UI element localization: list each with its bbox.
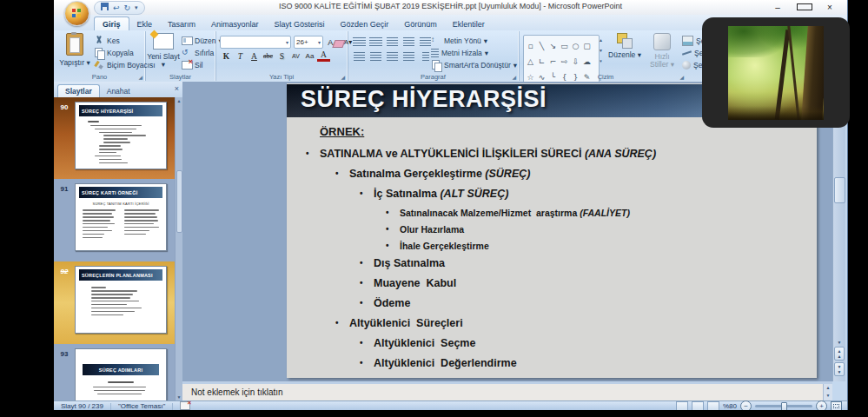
shape-line-icon[interactable]: ╲	[536, 41, 547, 51]
shape-elbow2-icon[interactable]: ⌐	[547, 56, 559, 67]
zoom-slider[interactable]	[755, 405, 812, 407]
slideshow-view-button[interactable]	[707, 401, 719, 410]
shape-triangle-icon[interactable]: △	[525, 56, 536, 67]
align-right-button[interactable]	[385, 50, 400, 62]
thumbnail-title: SÜREÇLERİN PLANLANMASI	[79, 269, 162, 281]
next-slide-button[interactable]: ▼▼	[834, 362, 845, 376]
shape-down-arrow-icon[interactable]: ⇩	[570, 56, 581, 67]
justify-button[interactable]	[401, 50, 416, 62]
paste-button[interactable]: Yapıştır ▾	[57, 33, 92, 67]
minimize-button[interactable]: –	[771, 3, 785, 12]
shadow-button[interactable]: S	[275, 50, 288, 62]
zoom-slider-thumb[interactable]	[781, 402, 787, 410]
tab-ekle[interactable]: Ekle	[129, 17, 161, 30]
tab-slayt-gosterisi[interactable]: Slayt Gösterisi	[267, 17, 333, 30]
slide-thumbnail-90[interactable]: 90 SÜREÇ HİYERARŞİSİ	[54, 97, 176, 179]
redo-button[interactable]: ↻	[124, 3, 131, 13]
underline-button[interactable]: A	[248, 50, 261, 62]
bold-button[interactable]: K	[220, 50, 233, 62]
screen: ISO 9000 KALİTE EĞİTİMİ ŞUBAT 2019 ESKİŞ…	[0, 0, 868, 417]
change-case-button[interactable]: Aa	[303, 50, 316, 62]
shape-rounded-rect-icon[interactable]: ▢	[581, 41, 593, 51]
tab-gozden-gecir[interactable]: Gözden Geçir	[333, 17, 397, 30]
shape-elbow-icon[interactable]: ∟	[536, 56, 547, 67]
increase-indent-button[interactable]	[401, 36, 416, 47]
zoom-out-button[interactable]: −	[740, 400, 752, 410]
normal-view-button[interactable]	[676, 401, 688, 410]
arrange-button[interactable]: Düzenle ▾	[607, 33, 642, 59]
bullet-list-icon	[353, 37, 366, 46]
panel-tab-row: Slaytlar Anahat ×	[54, 82, 182, 98]
decrease-indent-button[interactable]	[385, 36, 400, 47]
tab-gorunum[interactable]: Görünüm	[396, 17, 445, 30]
italic-button[interactable]: T	[234, 50, 247, 62]
text-direction-button[interactable]: ↕Metin Yönü ▾	[431, 35, 517, 47]
tab-eklentiler[interactable]: Eklentiler	[445, 17, 493, 30]
panel-close-button[interactable]: ×	[175, 84, 179, 93]
status-bar-right: %80 − +	[676, 400, 847, 410]
drawing-dialog-launcher-icon[interactable]: ◢	[679, 74, 684, 80]
shape-oval-icon[interactable]: ○	[570, 41, 581, 51]
panel-tab-slides[interactable]: Slaytlar	[57, 84, 100, 97]
close-button[interactable]: ×	[823, 3, 837, 12]
shape-outline-icon	[682, 49, 692, 57]
eraser-icon	[332, 40, 345, 48]
shape-rectangle-icon[interactable]: ▭	[559, 41, 570, 51]
shape-right-arrow-icon[interactable]: ⇨	[559, 56, 570, 67]
webcam-overlay[interactable]	[702, 17, 850, 128]
shape-textbox-icon[interactable]: ▫	[525, 41, 536, 51]
character-spacing-button[interactable]: AV	[289, 50, 302, 62]
convert-smartart-button[interactable]: SmartArt'a Dönüştür ▾	[431, 59, 517, 71]
slide-number: 93	[54, 348, 75, 400]
slide-sorter-view-button[interactable]	[692, 401, 704, 410]
font-dialog-launcher-icon[interactable]: ◢	[341, 74, 345, 80]
slide-thumbnail-91[interactable]: 91 SÜREÇ KARTI ÖRNEĞİ SÜREÇ TANITIM KART…	[54, 179, 176, 261]
quick-styles-button[interactable]: Hızlı Stiller ▾	[645, 33, 679, 69]
columns-icon	[422, 52, 429, 61]
shape-cloud-icon[interactable]: ☁	[581, 56, 593, 67]
font-color-button[interactable]: A	[317, 50, 330, 62]
slide-thumbnail-image: SÜREÇ HİYERARŞİSİ	[75, 102, 167, 169]
slide-thumbnail-93[interactable]: 93 SÜREÇ ADIMLARI	[54, 344, 176, 400]
theme-indicator: "Office Teması"	[111, 402, 172, 410]
new-slide-button[interactable]: Yeni Slayt ▾	[146, 33, 181, 69]
tab-giris[interactable]: Giriş	[94, 17, 129, 30]
quick-styles-icon	[653, 33, 671, 50]
slide-thumbnail-92[interactable]: 92 SÜREÇLERİN PLANLANMASI	[54, 261, 176, 344]
clear-formatting-button[interactable]	[334, 36, 344, 51]
fit-to-window-button[interactable]	[831, 401, 842, 410]
office-button[interactable]	[64, 1, 89, 26]
maximize-button[interactable]	[797, 3, 811, 12]
align-left-button[interactable]	[352, 50, 367, 62]
align-center-button[interactable]	[368, 50, 383, 62]
strikethrough-button[interactable]: abc	[262, 50, 275, 62]
paste-icon	[66, 33, 83, 56]
panel-scrollbar[interactable]: ▲ ▼	[175, 97, 182, 400]
slide-bullet-list: SATINALMA ve ALTYÜKLENİCİ İLİŞKİLERİ SÜR…	[320, 148, 803, 369]
shape-arrow-icon[interactable]: ↘	[547, 41, 559, 51]
panel-tab-outline[interactable]: Anahat	[100, 85, 137, 97]
zoom-level[interactable]: %80	[723, 402, 737, 410]
align-text-button[interactable]: Metni Hizala ▾	[431, 47, 517, 59]
slide-thumbnail-image: SÜREÇ ADIMLARI	[75, 348, 167, 400]
previous-slide-button[interactable]: ▲▲	[834, 347, 845, 361]
undo-button[interactable]: ↩	[113, 3, 120, 13]
clipboard-dialog-launcher-icon[interactable]: ◢	[138, 74, 142, 80]
font-size-combo[interactable]: 26+▾	[294, 36, 323, 49]
bullet-list-button[interactable]	[352, 36, 367, 47]
shapes-gallery-scroll[interactable]: ▲▼▾	[598, 35, 604, 66]
spellcheck-status-button[interactable]	[173, 401, 197, 411]
webcam-video-forest	[728, 26, 824, 120]
scroll-up-icon: ▲	[176, 97, 182, 104]
scroll-down-icon[interactable]: ▼	[838, 340, 842, 345]
tab-tasarim[interactable]: Tasarım	[160, 17, 203, 30]
thumbnail-list: 90 SÜREÇ HİYERARŞİSİ	[54, 97, 176, 400]
slide-thumbnail-panel: Slaytlar Anahat × 90 SÜREÇ HİYERARŞİSİ	[54, 82, 183, 400]
save-button[interactable]	[101, 3, 109, 13]
font-name-combo[interactable]: ▾	[220, 36, 291, 49]
slide-body-placeholder[interactable]: ÖRNEK: SATINALMA ve ALTYÜKLENİCİ İLİŞKİL…	[320, 125, 803, 373]
qat-customize-button[interactable]: ▾	[135, 3, 138, 13]
tab-animasyonlar[interactable]: Animasyonlar	[203, 17, 267, 30]
numbered-list-button[interactable]	[368, 36, 383, 47]
zoom-in-button[interactable]: +	[816, 400, 827, 410]
